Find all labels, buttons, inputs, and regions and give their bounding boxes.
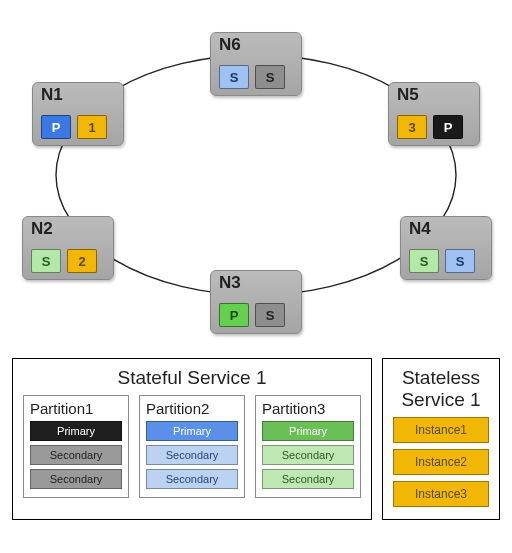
- node-label: N1: [41, 85, 63, 105]
- replica-cell: 3: [397, 115, 427, 139]
- secondary-row: Secondary: [262, 469, 354, 489]
- replica-cell: 1: [77, 115, 107, 139]
- node-n1: N1 P1: [32, 82, 124, 146]
- node-label: N6: [219, 35, 241, 55]
- panel-title: Stateful Service 1: [23, 367, 361, 389]
- primary-row: Primary: [30, 421, 122, 441]
- stateless-panel: Stateless Service 1 Instance1 Instance2 …: [382, 358, 500, 520]
- node-cells: SS: [409, 249, 475, 273]
- partition-label: Partition1: [30, 400, 122, 417]
- node-label: N2: [31, 219, 53, 239]
- node-n6: N6 SS: [210, 32, 302, 96]
- partition-1: Partition1 Primary Secondary Secondary: [23, 395, 129, 498]
- replica-cell: S: [255, 303, 285, 327]
- node-cells: P1: [41, 115, 107, 139]
- instance-row: Instance1: [393, 417, 489, 443]
- node-label: N4: [409, 219, 431, 239]
- replica-cell: S: [31, 249, 61, 273]
- replica-cell: 2: [67, 249, 97, 273]
- replica-cell: S: [409, 249, 439, 273]
- partition-3: Partition3 Primary Secondary Secondary: [255, 395, 361, 498]
- partition-label: Partition3: [262, 400, 354, 417]
- legend-row: Stateful Service 1 Partition1 Primary Se…: [12, 358, 500, 520]
- node-n4: N4 SS: [400, 216, 492, 280]
- replica-cell: S: [445, 249, 475, 273]
- node-n2: N2 S2: [22, 216, 114, 280]
- replica-cell: P: [41, 115, 71, 139]
- secondary-row: Secondary: [30, 469, 122, 489]
- replica-cell: P: [219, 303, 249, 327]
- stateful-panel: Stateful Service 1 Partition1 Primary Se…: [12, 358, 372, 520]
- node-label: N5: [397, 85, 419, 105]
- node-cells: S2: [31, 249, 97, 273]
- partitions: Partition1 Primary Secondary Secondary P…: [23, 395, 361, 498]
- secondary-row: Secondary: [146, 469, 238, 489]
- node-cells: 3P: [397, 115, 463, 139]
- secondary-row: Secondary: [146, 445, 238, 465]
- primary-row: Primary: [146, 421, 238, 441]
- secondary-row: Secondary: [262, 445, 354, 465]
- node-n3: N3 PS: [210, 270, 302, 334]
- instance-row: Instance2: [393, 449, 489, 475]
- replica-cell: S: [219, 65, 249, 89]
- partition-2: Partition2 Primary Secondary Secondary: [139, 395, 245, 498]
- replica-cell: P: [433, 115, 463, 139]
- node-label: N3: [219, 273, 241, 293]
- node-n5: N5 3P: [388, 82, 480, 146]
- replica-cell: S: [255, 65, 285, 89]
- primary-row: Primary: [262, 421, 354, 441]
- partition-label: Partition2: [146, 400, 238, 417]
- instance-row: Instance3: [393, 481, 489, 507]
- node-cells: PS: [219, 303, 285, 327]
- node-cells: SS: [219, 65, 285, 89]
- secondary-row: Secondary: [30, 445, 122, 465]
- panel-title: Stateless Service 1: [393, 367, 489, 411]
